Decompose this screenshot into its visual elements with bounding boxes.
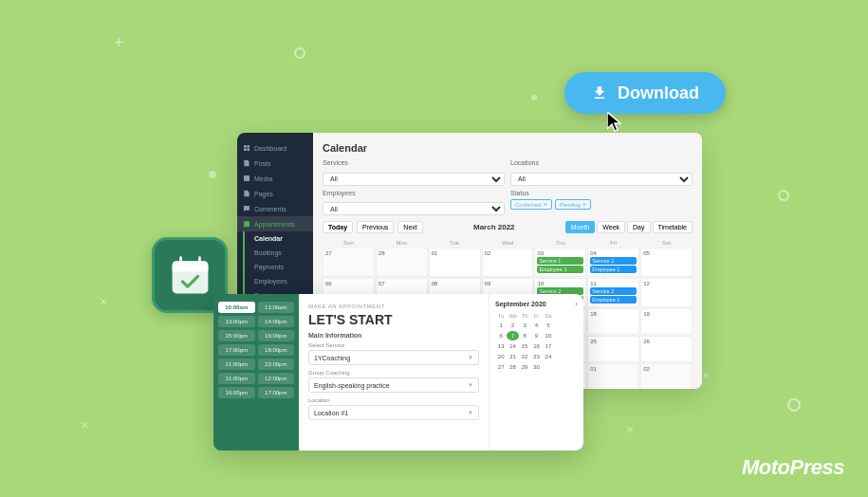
cal-cell[interactable]: 18: [587, 308, 639, 335]
cal-cell[interactable]: 19: [640, 308, 693, 335]
next-button[interactable]: Next: [397, 221, 422, 233]
cal-cell[interactable]: 26: [640, 336, 693, 362]
sidebar-item-comments[interactable]: Comments: [237, 201, 313, 216]
mini-date[interactable]: 22: [519, 352, 530, 361]
mini-date[interactable]: 29: [519, 362, 530, 372]
cal-cell[interactable]: 28: [376, 248, 428, 277]
employees-select[interactable]: All: [323, 202, 505, 215]
cal-cell[interactable]: 12: [640, 278, 693, 307]
mini-date[interactable]: 17: [543, 341, 554, 351]
cal-cell[interactable]: 01: [587, 363, 639, 389]
sub-payments[interactable]: Payments: [249, 260, 313, 274]
sub-employees[interactable]: Employees: [249, 274, 313, 288]
mini-date[interactable]: 4: [530, 321, 542, 330]
sub-bookings[interactable]: Bookings: [249, 246, 313, 260]
cal-cell[interactable]: 03 Service 1 Employee 1: [534, 248, 586, 277]
time-slot-1[interactable]: 10:00am: [218, 302, 255, 313]
today-button[interactable]: Today: [323, 221, 353, 233]
mini-date[interactable]: 13: [495, 341, 507, 351]
view-week[interactable]: Week: [597, 221, 625, 233]
service-arrow: ▼: [468, 355, 473, 360]
mini-day-fr: Fr: [530, 312, 542, 320]
mini-date[interactable]: 28: [507, 362, 518, 372]
mini-date[interactable]: 15: [519, 341, 530, 351]
time-slot-6[interactable]: 16:00pm: [258, 330, 295, 341]
day-tue: Tue: [429, 239, 481, 247]
time-slot-4[interactable]: 14:00pm: [258, 316, 295, 327]
mini-week-0: 1 2 3 4 5: [495, 321, 578, 330]
mini-date[interactable]: 21: [507, 352, 518, 361]
mini-date[interactable]: 20: [495, 352, 507, 361]
status-confirmed-tag[interactable]: Confirmed ×: [510, 199, 552, 210]
calendar-title: Calendar: [323, 142, 693, 154]
form-section-title: Main Information: [308, 332, 479, 339]
cal-cell[interactable]: 01: [429, 248, 481, 277]
download-button[interactable]: Download: [564, 72, 726, 114]
time-slot-5[interactable]: 15:00pm: [218, 330, 255, 341]
remove-confirmed[interactable]: ×: [544, 201, 547, 208]
time-slot-7[interactable]: 17:00pm: [218, 344, 255, 356]
time-slot-13[interactable]: 16:00pm: [218, 387, 255, 398]
locations-select[interactable]: All: [510, 173, 693, 186]
time-slot-10[interactable]: 22:00pm: [258, 359, 295, 370]
calendar-icon: [169, 254, 212, 297]
sidebar-item-posts[interactable]: Posts: [237, 156, 313, 171]
sidebar-item-media[interactable]: Media: [237, 171, 313, 186]
deco-x-1: ×: [100, 294, 107, 309]
cursor: [607, 112, 626, 135]
mini-date[interactable]: 30: [530, 362, 542, 372]
services-select[interactable]: All: [323, 173, 505, 186]
mini-date[interactable]: 16: [530, 341, 542, 351]
time-slot-3[interactable]: 13:00pm: [218, 316, 255, 327]
cal-cell[interactable]: 25: [587, 336, 639, 362]
time-slot-11[interactable]: 11:00pm: [218, 373, 255, 384]
time-slot-14[interactable]: 17:00pm: [258, 387, 295, 398]
mini-date[interactable]: 10: [543, 331, 554, 341]
mini-cal-day-names: Tu We Th Fr Sa: [495, 312, 578, 320]
previous-button[interactable]: Previous: [357, 221, 394, 233]
time-slot-12[interactable]: 12:00pm: [258, 373, 295, 384]
sidebar-item-pages[interactable]: Pages: [237, 186, 313, 201]
status-pending-tag[interactable]: Pending ×: [555, 199, 591, 210]
cal-cell[interactable]: 04 Service 2 Employee 1: [587, 248, 639, 277]
svg-rect-6: [244, 221, 249, 227]
view-month[interactable]: Month: [565, 221, 595, 233]
day-sat: Sat: [640, 239, 693, 247]
mini-date[interactable]: 23: [530, 352, 542, 361]
mini-date[interactable]: 8: [519, 331, 530, 341]
mini-date[interactable]: 9: [530, 331, 542, 341]
sidebar-item-dashboard[interactable]: Dashboard: [237, 140, 313, 156]
cal-cell[interactable]: 02: [482, 248, 534, 277]
mini-date-selected[interactable]: 7: [507, 331, 518, 341]
mini-date[interactable]: 1: [495, 321, 507, 330]
cal-cell[interactable]: 02: [640, 363, 693, 389]
mini-week-3: 20 21 22 23 24: [495, 352, 578, 361]
time-slot-2[interactable]: 11:00am: [258, 302, 295, 313]
mini-date[interactable]: 14: [507, 341, 518, 351]
svg-rect-2: [244, 148, 247, 151]
service-input[interactable]: 1YCoaching ▼: [308, 350, 479, 365]
cal-cell[interactable]: 27: [323, 248, 375, 277]
time-slot-8[interactable]: 18:00pm: [258, 344, 295, 356]
svg-rect-3: [247, 148, 249, 151]
view-timetable[interactable]: Timetable: [653, 221, 693, 233]
view-day[interactable]: Day: [627, 221, 650, 233]
cal-cell[interactable]: 05: [640, 248, 693, 277]
form-subtitle: MAKE AN APPOINTMENT: [308, 304, 479, 309]
time-slot-9[interactable]: 21:00pm: [218, 359, 255, 370]
remove-pending[interactable]: ×: [582, 201, 586, 208]
mini-date[interactable]: 5: [543, 321, 554, 330]
mini-date[interactable]: 27: [495, 362, 507, 372]
mini-date[interactable]: 2: [507, 321, 518, 330]
mini-date[interactable]: 3: [519, 321, 530, 330]
sub-calendar[interactable]: Calendar: [249, 231, 313, 246]
sidebar-item-appointments[interactable]: Appointments: [237, 216, 313, 231]
mini-date[interactable]: 6: [495, 331, 507, 341]
location-input[interactable]: Location #1 ▼: [308, 405, 479, 420]
deco-x-3: ×: [702, 368, 710, 383]
mini-cal-next[interactable]: ›: [575, 300, 578, 308]
employees-filter: Employees All: [323, 190, 505, 216]
group-input[interactable]: English-speaking practice ▼: [308, 377, 479, 393]
cal-cell[interactable]: 11 Service 2 Employee 1: [587, 278, 639, 307]
mini-date[interactable]: 24: [543, 352, 554, 361]
